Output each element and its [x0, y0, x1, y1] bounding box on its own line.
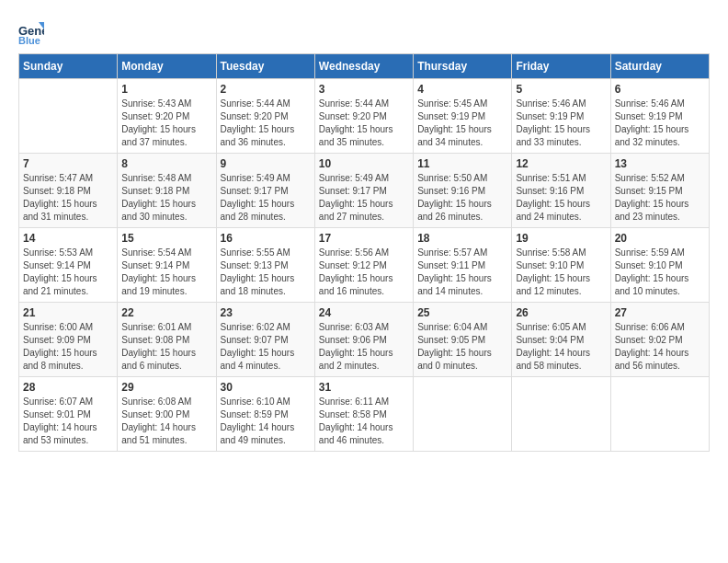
day-info: Sunrise: 6:06 AM Sunset: 9:02 PM Dayligh…	[615, 321, 705, 373]
day-info: Sunrise: 5:52 AM Sunset: 9:15 PM Dayligh…	[615, 172, 705, 224]
day-info: Sunrise: 6:11 AM Sunset: 8:58 PM Dayligh…	[319, 396, 409, 447]
day-info: Sunrise: 6:00 AM Sunset: 9:09 PM Dayligh…	[23, 321, 113, 373]
calendar-cell: 20Sunrise: 5:59 AM Sunset: 9:10 PM Dayli…	[610, 228, 709, 303]
day-info: Sunrise: 6:05 AM Sunset: 9:04 PM Dayligh…	[516, 321, 606, 373]
day-info: Sunrise: 5:45 AM Sunset: 9:19 PM Dayligh…	[417, 98, 507, 149]
day-number: 3	[319, 83, 409, 96]
calendar-header-row: SundayMondayTuesdayWednesdayThursdayFrid…	[19, 54, 710, 79]
calendar-cell: 17Sunrise: 5:56 AM Sunset: 9:12 PM Dayli…	[314, 228, 413, 303]
day-number: 22	[121, 306, 211, 319]
day-number: 30	[221, 381, 311, 394]
calendar-cell: 26Sunrise: 6:05 AM Sunset: 9:04 PM Dayli…	[512, 303, 610, 377]
day-info: Sunrise: 5:49 AM Sunset: 9:17 PM Dayligh…	[319, 172, 409, 224]
column-header-tuesday: Tuesday	[216, 54, 314, 79]
day-number: 10	[319, 157, 409, 170]
day-info: Sunrise: 5:57 AM Sunset: 9:11 PM Dayligh…	[417, 247, 507, 298]
calendar-cell: 18Sunrise: 5:57 AM Sunset: 9:11 PM Dayli…	[414, 228, 512, 303]
day-number: 16	[221, 232, 311, 245]
calendar-table: SundayMondayTuesdayWednesdayThursdayFrid…	[18, 53, 710, 452]
calendar-cell: 25Sunrise: 6:04 AM Sunset: 9:05 PM Dayli…	[414, 303, 512, 377]
day-number: 14	[23, 232, 113, 245]
day-info: Sunrise: 5:58 AM Sunset: 9:10 PM Dayligh…	[516, 247, 606, 298]
column-header-monday: Monday	[118, 54, 216, 79]
day-number: 28	[23, 381, 113, 394]
calendar-cell: 23Sunrise: 6:02 AM Sunset: 9:07 PM Dayli…	[216, 303, 314, 377]
calendar-cell: 9Sunrise: 5:49 AM Sunset: 9:17 PM Daylig…	[216, 154, 314, 228]
calendar-cell: 24Sunrise: 6:03 AM Sunset: 9:06 PM Dayli…	[314, 303, 413, 377]
calendar-cell	[19, 79, 118, 154]
day-number: 7	[23, 157, 113, 170]
day-info: Sunrise: 5:46 AM Sunset: 9:19 PM Dayligh…	[516, 98, 606, 149]
calendar-week-row: 21Sunrise: 6:00 AM Sunset: 9:09 PM Dayli…	[19, 303, 710, 377]
day-number: 20	[615, 232, 705, 245]
day-number: 18	[417, 232, 507, 245]
day-info: Sunrise: 6:07 AM Sunset: 9:01 PM Dayligh…	[23, 396, 113, 447]
calendar-cell	[610, 377, 709, 452]
day-info: Sunrise: 5:55 AM Sunset: 9:13 PM Dayligh…	[221, 247, 311, 298]
day-number: 29	[121, 381, 211, 394]
day-info: Sunrise: 5:44 AM Sunset: 9:20 PM Dayligh…	[221, 98, 311, 149]
day-info: Sunrise: 6:03 AM Sunset: 9:06 PM Dayligh…	[319, 321, 409, 373]
day-number: 25	[417, 306, 507, 319]
day-info: Sunrise: 5:56 AM Sunset: 9:12 PM Dayligh…	[319, 247, 409, 298]
day-number: 21	[23, 306, 113, 319]
column-header-saturday: Saturday	[610, 54, 709, 79]
day-number: 31	[319, 381, 409, 394]
page-header: General Blue	[18, 18, 710, 44]
day-info: Sunrise: 5:47 AM Sunset: 9:18 PM Dayligh…	[23, 172, 113, 224]
calendar-cell: 7Sunrise: 5:47 AM Sunset: 9:18 PM Daylig…	[19, 154, 118, 228]
column-header-wednesday: Wednesday	[314, 54, 413, 79]
calendar-cell: 21Sunrise: 6:00 AM Sunset: 9:09 PM Dayli…	[19, 303, 118, 377]
calendar-cell: 4Sunrise: 5:45 AM Sunset: 9:19 PM Daylig…	[414, 79, 512, 154]
calendar-cell: 6Sunrise: 5:46 AM Sunset: 9:19 PM Daylig…	[610, 79, 709, 154]
day-number: 4	[417, 83, 507, 96]
calendar-cell: 3Sunrise: 5:44 AM Sunset: 9:20 PM Daylig…	[314, 79, 413, 154]
svg-text:Blue: Blue	[18, 35, 40, 44]
day-info: Sunrise: 5:51 AM Sunset: 9:16 PM Dayligh…	[516, 172, 606, 224]
calendar-cell: 11Sunrise: 5:50 AM Sunset: 9:16 PM Dayli…	[414, 154, 512, 228]
calendar-cell: 14Sunrise: 5:53 AM Sunset: 9:14 PM Dayli…	[19, 228, 118, 303]
column-header-sunday: Sunday	[19, 54, 118, 79]
day-number: 19	[516, 232, 606, 245]
day-number: 2	[221, 83, 311, 96]
calendar-cell: 5Sunrise: 5:46 AM Sunset: 9:19 PM Daylig…	[512, 79, 610, 154]
calendar-cell: 8Sunrise: 5:48 AM Sunset: 9:18 PM Daylig…	[118, 154, 216, 228]
calendar-week-row: 28Sunrise: 6:07 AM Sunset: 9:01 PM Dayli…	[19, 377, 710, 452]
day-number: 24	[319, 306, 409, 319]
day-info: Sunrise: 5:50 AM Sunset: 9:16 PM Dayligh…	[417, 172, 507, 224]
day-number: 8	[121, 157, 211, 170]
day-number: 13	[615, 157, 705, 170]
calendar-week-row: 7Sunrise: 5:47 AM Sunset: 9:18 PM Daylig…	[19, 154, 710, 228]
day-info: Sunrise: 6:01 AM Sunset: 9:08 PM Dayligh…	[121, 321, 211, 373]
day-number: 27	[615, 306, 705, 319]
calendar-cell: 29Sunrise: 6:08 AM Sunset: 9:00 PM Dayli…	[118, 377, 216, 452]
day-info: Sunrise: 6:02 AM Sunset: 9:07 PM Dayligh…	[221, 321, 311, 373]
calendar-cell: 31Sunrise: 6:11 AM Sunset: 8:58 PM Dayli…	[314, 377, 413, 452]
day-number: 12	[516, 157, 606, 170]
day-number: 23	[221, 306, 311, 319]
day-info: Sunrise: 5:59 AM Sunset: 9:10 PM Dayligh…	[615, 247, 705, 298]
column-header-thursday: Thursday	[414, 54, 512, 79]
day-number: 6	[615, 83, 705, 96]
day-info: Sunrise: 6:08 AM Sunset: 9:00 PM Dayligh…	[121, 396, 211, 447]
day-info: Sunrise: 5:53 AM Sunset: 9:14 PM Dayligh…	[23, 247, 113, 298]
calendar-cell: 13Sunrise: 5:52 AM Sunset: 9:15 PM Dayli…	[610, 154, 709, 228]
calendar-cell: 16Sunrise: 5:55 AM Sunset: 9:13 PM Dayli…	[216, 228, 314, 303]
day-info: Sunrise: 5:46 AM Sunset: 9:19 PM Dayligh…	[615, 98, 705, 149]
day-number: 5	[516, 83, 606, 96]
calendar-week-row: 14Sunrise: 5:53 AM Sunset: 9:14 PM Dayli…	[19, 228, 710, 303]
calendar-cell: 10Sunrise: 5:49 AM Sunset: 9:17 PM Dayli…	[314, 154, 413, 228]
day-info: Sunrise: 5:43 AM Sunset: 9:20 PM Dayligh…	[121, 98, 211, 149]
day-number: 17	[319, 232, 409, 245]
calendar-cell: 15Sunrise: 5:54 AM Sunset: 9:14 PM Dayli…	[118, 228, 216, 303]
calendar-cell	[414, 377, 512, 452]
calendar-cell: 1Sunrise: 5:43 AM Sunset: 9:20 PM Daylig…	[118, 79, 216, 154]
day-info: Sunrise: 5:48 AM Sunset: 9:18 PM Dayligh…	[121, 172, 211, 224]
calendar-cell: 2Sunrise: 5:44 AM Sunset: 9:20 PM Daylig…	[216, 79, 314, 154]
day-info: Sunrise: 5:54 AM Sunset: 9:14 PM Dayligh…	[121, 247, 211, 298]
day-number: 11	[417, 157, 507, 170]
calendar-cell: 12Sunrise: 5:51 AM Sunset: 9:16 PM Dayli…	[512, 154, 610, 228]
column-header-friday: Friday	[512, 54, 610, 79]
calendar-week-row: 1Sunrise: 5:43 AM Sunset: 9:20 PM Daylig…	[19, 79, 710, 154]
calendar-cell: 30Sunrise: 6:10 AM Sunset: 8:59 PM Dayli…	[216, 377, 314, 452]
